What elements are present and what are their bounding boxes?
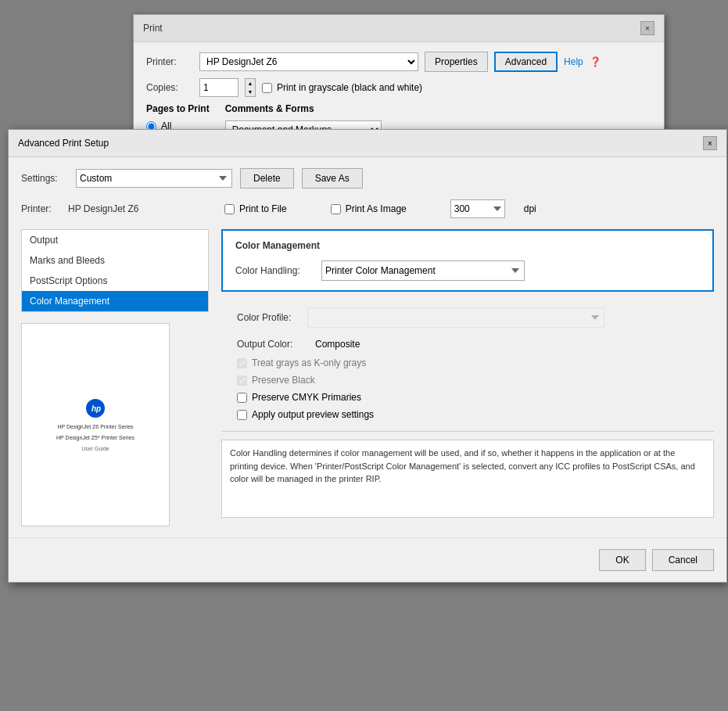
print-to-file-row: Print to File	[224, 203, 287, 214]
comments-title: Comments & Forms	[225, 103, 382, 114]
settings-label: Settings:	[21, 173, 68, 184]
copies-down[interactable]: ▼	[246, 88, 255, 96]
color-profile-label: Color Profile:	[221, 312, 299, 323]
output-color-row: Output Color: Composite	[221, 334, 714, 354]
ok-button[interactable]: OK	[599, 549, 645, 571]
preview-logo: hp	[86, 399, 105, 418]
cancel-button[interactable]: Cancel	[652, 549, 714, 571]
preserve-black-row: Preserve Black	[221, 372, 714, 389]
print-as-image-label: Print As Image	[346, 203, 407, 214]
apply-preview-row: Apply output preview settings	[221, 406, 714, 423]
copies-up[interactable]: ▲	[246, 79, 255, 88]
print-as-image-row: Print As Image	[331, 203, 407, 214]
preserve-cmyk-label: Preserve CMYK Primaries	[252, 392, 361, 403]
advanced-body: Output Marks and Bleeds PostScript Optio…	[21, 229, 714, 526]
preserve-cmyk-row: Preserve CMYK Primaries	[221, 389, 714, 406]
treat-grays-row: Treat grays as K-only grays	[221, 354, 714, 372]
copies-input[interactable]	[199, 78, 238, 97]
preview-content: hp HP DesignJet Z6 Printer Series HP Des…	[22, 324, 169, 526]
svg-text:hp: hp	[91, 404, 101, 413]
settings-select[interactable]: Custom	[76, 169, 232, 188]
output-color-label: Output Color:	[221, 339, 307, 350]
preview-line3: User Guide	[43, 446, 148, 451]
advanced-button[interactable]: Advanced	[494, 52, 558, 72]
printer-row: Printer: HP DesignJet Z6 Properties Adva…	[146, 52, 651, 72]
print-as-image-checkbox[interactable]	[331, 204, 341, 214]
pages-title: Pages to Print	[146, 103, 210, 114]
separator	[221, 431, 714, 432]
print-title: Print	[143, 23, 163, 34]
help-link[interactable]: Help	[564, 56, 583, 67]
settings-row: Settings: Custom Delete Save As	[21, 168, 714, 189]
color-profile-row: Color Profile:	[221, 301, 714, 334]
print-to-file-label: Print to File	[239, 203, 287, 214]
sidebar-nav: Output Marks and Bleeds PostScript Optio…	[21, 229, 209, 312]
advanced-close-button[interactable]: ×	[703, 136, 717, 150]
printer-select[interactable]: HP DesignJet Z6	[199, 52, 418, 71]
output-color-value: Composite	[315, 339, 360, 350]
delete-button[interactable]: Delete	[240, 168, 294, 189]
sidebar-item-color-management[interactable]: Color Management	[22, 291, 208, 311]
save-as-button[interactable]: Save As	[302, 168, 363, 189]
advanced-print-setup-dialog: Advanced Print Setup × Settings: Custom …	[8, 129, 727, 583]
description-text: Color Handling determines if color manag…	[230, 448, 695, 483]
color-handling-select[interactable]: Printer Color Management	[321, 260, 525, 281]
color-handling-label: Color Handling:	[235, 265, 314, 276]
grayscale-label: Print in grayscale (black and white)	[277, 82, 422, 93]
copies-spinner[interactable]: ▲ ▼	[245, 78, 256, 97]
preview-box: hp HP DesignJet Z6 Printer Series HP Des…	[21, 323, 170, 526]
preserve-cmyk-checkbox[interactable]	[237, 393, 247, 403]
sidebar-item-marks-bleeds[interactable]: Marks and Bleeds	[22, 250, 208, 271]
preview-line1: HP DesignJet Z6 Printer Series	[43, 424, 148, 429]
properties-button[interactable]: Properties	[425, 52, 488, 72]
apply-preview-checkbox[interactable]	[237, 410, 247, 420]
sidebar-item-output[interactable]: Output	[22, 230, 208, 250]
treat-grays-label: Treat grays as K-only grays	[252, 357, 366, 368]
printer-info-row: Printer: HP DesignJet Z6 Print to File P…	[21, 199, 714, 218]
printer-label: Printer:	[146, 56, 193, 67]
print-titlebar: Print ×	[134, 15, 664, 42]
printer-info-label: Printer:	[21, 203, 52, 214]
preview-text: HP DesignJet Z6 Printer Series HP Design…	[43, 424, 148, 451]
grayscale-row: Print in grayscale (black and white)	[262, 82, 422, 93]
print-to-file-checkbox[interactable]	[224, 204, 235, 214]
color-handling-row: Color Handling: Printer Color Management	[235, 260, 700, 281]
description-box: Color Handling determines if color manag…	[221, 440, 714, 518]
color-management-title: Color Management	[235, 240, 700, 251]
advanced-titlebar: Advanced Print Setup ×	[9, 130, 726, 157]
dpi-select[interactable]: 300	[450, 199, 505, 218]
copies-row: Copies: ▲ ▼ Print in grayscale (black an…	[146, 78, 651, 97]
apply-preview-label: Apply output preview settings	[252, 409, 374, 420]
printer-info-value: HP DesignJet Z6	[68, 203, 162, 214]
print-close-button[interactable]: ×	[640, 21, 654, 35]
preview-line2: HP DesignJet Z5* Printer Series	[43, 435, 148, 440]
copies-label: Copies:	[146, 82, 193, 93]
color-management-box: Color Management Color Handling: Printer…	[221, 229, 714, 292]
bottom-buttons: OK Cancel	[9, 537, 726, 582]
preserve-black-checkbox[interactable]	[237, 375, 247, 386]
help-icon: ❓	[590, 56, 601, 67]
treat-grays-checkbox[interactable]	[237, 358, 247, 368]
color-profile-select[interactable]	[307, 307, 604, 328]
right-content: Color Management Color Handling: Printer…	[209, 229, 714, 526]
grayscale-checkbox[interactable]	[262, 83, 272, 93]
left-sidebar: Output Marks and Bleeds PostScript Optio…	[21, 229, 209, 526]
preserve-black-label: Preserve Black	[252, 375, 315, 386]
sidebar-item-postscript[interactable]: PostScript Options	[22, 271, 208, 291]
advanced-title: Advanced Print Setup	[18, 138, 109, 149]
advanced-content: Settings: Custom Delete Save As Printer:…	[9, 157, 726, 537]
dpi-label: dpi	[524, 203, 536, 214]
